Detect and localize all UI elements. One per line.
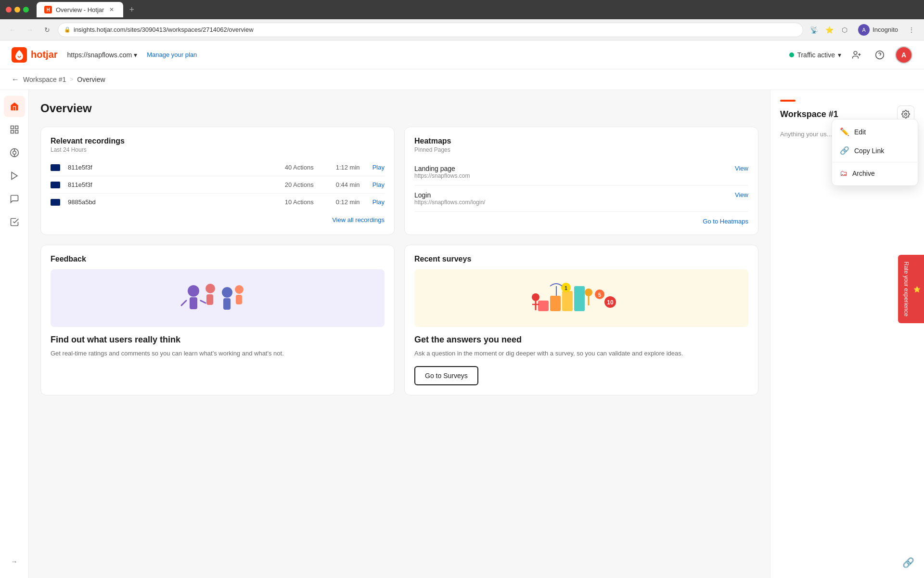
browser-menu-button[interactable]: ⋮	[905, 23, 918, 37]
rate-experience-icon: ⭐	[913, 285, 920, 292]
heatmap-url-1: https://snapflows.com	[414, 172, 735, 179]
view-all-recordings-link[interactable]: View all recordings	[51, 216, 385, 223]
new-tab-button[interactable]: +	[129, 5, 134, 15]
recording-time-2: 0:44 min	[336, 181, 365, 188]
table-row: 811e5f3f 20 Actions 0:44 min Play	[51, 176, 385, 194]
maximize-dot[interactable]	[23, 7, 29, 13]
surveys-illustration: 1 5 10	[414, 269, 748, 327]
play-button-2[interactable]: Play	[372, 181, 385, 188]
recording-actions-2: 20 Actions	[285, 181, 328, 188]
svg-line-21	[181, 301, 186, 305]
heatmaps-card-title: Heatmaps	[414, 137, 748, 145]
hotjar-logo[interactable]: hotjar	[12, 47, 58, 63]
sidebar-item-dashboard[interactable]	[4, 119, 25, 140]
heatmaps-card-subtitle: Pinned Pages	[414, 146, 748, 153]
archive-icon: 🗂	[840, 169, 847, 178]
breadcrumb-back-button[interactable]: ←	[12, 75, 19, 84]
svg-point-23	[235, 285, 244, 294]
sidebar-item-surveys[interactable]	[4, 211, 25, 233]
breadcrumb-workspace[interactable]: Workspace #1	[23, 76, 66, 83]
heatmaps-icon	[10, 148, 19, 158]
svg-marker-14	[12, 172, 17, 180]
address-bar[interactable]: 🔒 insights.hotjar.com/sites/3090413/work…	[58, 23, 803, 37]
close-dot[interactable]	[6, 7, 12, 13]
user-initial: A	[901, 51, 906, 59]
browser-tab[interactable]: H Overview - Hotjar ✕	[37, 2, 123, 17]
table-row: 9885a5bd 10 Actions 0:12 min Play	[51, 194, 385, 210]
forward-button[interactable]: →	[23, 23, 37, 37]
svg-point-32	[585, 289, 592, 296]
address-url: insights.hotjar.com/sites/3090413/worksp…	[74, 26, 254, 33]
minimize-dot[interactable]	[14, 7, 20, 13]
flag-icon-2	[51, 182, 60, 188]
recording-id-3: 9885a5bd	[68, 198, 277, 206]
surveys-description: Ask a question in the moment or dig deep…	[414, 349, 748, 358]
svg-rect-24	[236, 295, 242, 304]
svg-rect-18	[206, 294, 213, 305]
traffic-active-button[interactable]: Traffic active ▾	[789, 51, 841, 59]
recording-actions-3: 10 Actions	[285, 198, 328, 206]
heatmap-view-button-2[interactable]: View	[735, 191, 748, 198]
page-title: Overview	[40, 102, 758, 115]
surveys-icon	[10, 217, 19, 227]
extension-icon[interactable]: ⬡	[838, 23, 851, 37]
link-icon-bottom[interactable]: 🔗	[902, 557, 914, 568]
surveys-card-title: Recent surveys	[414, 255, 748, 263]
sidebar-item-heatmaps[interactable]	[4, 142, 25, 163]
play-button-3[interactable]: Play	[372, 198, 385, 206]
refresh-button[interactable]: ↻	[40, 23, 54, 37]
sidebar-expand-button[interactable]: →	[4, 551, 25, 572]
incognito-button[interactable]: A Incognito	[853, 22, 903, 38]
recordings-icon	[10, 171, 19, 181]
heatmap-view-button-1[interactable]: View	[735, 165, 748, 172]
dashboard-icon	[10, 125, 19, 134]
heatmap-info-1: Landing page https://snapflows.com	[414, 165, 735, 179]
feedback-card: Feedback	[40, 245, 395, 395]
sidebar-item-recordings[interactable]	[4, 165, 25, 186]
breadcrumb-separator: >	[70, 76, 73, 83]
svg-point-19	[222, 287, 232, 298]
go-to-heatmaps-link[interactable]: Go to Heatmaps	[414, 218, 748, 225]
feedback-description: Get real-time ratings and comments so yo…	[51, 349, 385, 358]
flag-icon-3	[51, 199, 60, 206]
dropdown-item-edit[interactable]: ✏️ Edit	[832, 122, 918, 141]
cast-icon[interactable]: 📡	[807, 23, 821, 37]
svg-rect-7	[15, 126, 18, 129]
sidebar-item-feedback[interactable]	[4, 188, 25, 210]
recordings-table: 811e5f3f 40 Actions 1:12 min Play 811e5f…	[51, 159, 385, 210]
svg-point-29	[532, 293, 539, 301]
bookmark-icon[interactable]: ⭐	[822, 23, 836, 37]
help-button[interactable]	[872, 47, 887, 63]
add-user-button[interactable]	[849, 47, 864, 63]
rate-experience-label: Rate your experience	[903, 262, 910, 316]
recordings-card-header: Relevant recordings Last 24 Hours	[51, 137, 385, 153]
sidebar: →	[0, 90, 29, 578]
heatmaps-card: Heatmaps Pinned Pages Landing page https…	[404, 127, 758, 235]
heatmaps-card-header: Heatmaps Pinned Pages	[414, 137, 748, 153]
traffic-active-label: Traffic active	[797, 51, 835, 59]
bottom-cards-row: Feedback	[40, 245, 758, 395]
dropdown-item-copy-link[interactable]: 🔗 Copy Link	[832, 141, 918, 160]
recording-id-2: 811e5f3f	[68, 181, 277, 188]
go-to-surveys-button[interactable]: Go to Surveys	[414, 366, 478, 385]
rate-experience-tab[interactable]: ⭐ Rate your experience	[898, 255, 924, 323]
manage-plan-link[interactable]: Manage your plan	[147, 51, 197, 58]
user-avatar[interactable]: A	[895, 46, 912, 64]
heatmap-item-1: Landing page https://snapflows.com View	[414, 159, 748, 185]
feedback-icon	[10, 194, 19, 204]
site-url-display: https://snapflows.com ▾	[67, 51, 138, 59]
dropdown-item-archive[interactable]: 🗂 Archive	[832, 164, 918, 183]
main-content: Overview Relevant recordings Last 24 Hou…	[29, 90, 770, 578]
back-button[interactable]: ←	[6, 23, 19, 37]
hotjar-logo-icon	[12, 47, 27, 63]
recording-id-1: 811e5f3f	[68, 164, 277, 171]
sidebar-item-home[interactable]	[4, 96, 25, 117]
help-icon	[875, 50, 885, 60]
svg-text:1: 1	[565, 285, 567, 291]
heatmap-item-2: Login https://snapflows.com/login/ View	[414, 185, 748, 212]
app: hotjar https://snapflows.com ▾ Manage yo…	[0, 40, 924, 578]
play-button-1[interactable]: Play	[372, 164, 385, 171]
svg-point-1	[854, 51, 857, 54]
tab-close-button[interactable]: ✕	[108, 6, 116, 13]
heatmap-info-2: Login https://snapflows.com/login/	[414, 191, 735, 206]
